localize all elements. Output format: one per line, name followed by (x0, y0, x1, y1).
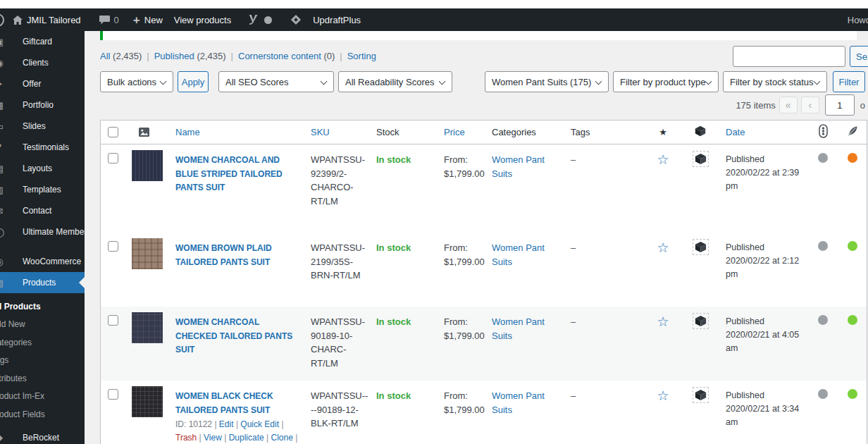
column-header-price[interactable]: Price (444, 127, 492, 137)
category-link[interactable]: Women Pant Suits (492, 242, 545, 267)
sidebar-item-products[interactable]: ▧Products (0, 272, 85, 293)
featured-star-toggle[interactable]: ☆ (657, 388, 669, 403)
sidebar-item-contact[interactable]: ✉Contact (0, 200, 85, 221)
product-thumbnail[interactable] (132, 150, 163, 181)
product-price: From:$1,799.00 (444, 233, 492, 307)
view-published-link[interactable]: Published (2,435) (154, 51, 226, 61)
column-header-stock: Stock (376, 127, 444, 137)
product-sku: WPANTSSU-92399/2-CHARCO-RT/LM (311, 144, 376, 233)
image-column-header (126, 128, 175, 137)
clients-icon: ◉ (0, 58, 6, 68)
column-header-date[interactable]: Date (716, 127, 809, 137)
product-name-link[interactable]: WOMEN CHARCOAL AND BLUE STRIPED TAILORED… (175, 155, 283, 192)
sidebar-item-offer[interactable]: ✦Offer (0, 73, 85, 94)
howdy-account-menu[interactable]: Howd (848, 15, 868, 25)
page-count-label: o (860, 100, 865, 111)
product-thumbnail[interactable] (132, 386, 163, 417)
first-page-button[interactable]: « (779, 97, 798, 113)
duplicate-link[interactable]: Duplicate (229, 433, 264, 443)
quick-edit-link[interactable]: Quick Edit (240, 419, 279, 429)
product-name-link[interactable]: WOMEN BROWN PLAID TAILORED PANTS SUIT (175, 243, 272, 267)
category-link[interactable]: Women Pant Suits (492, 316, 545, 341)
comments-menu[interactable]: 0 (99, 15, 119, 25)
column-header-tags: Tags (571, 127, 641, 137)
view-cornerstone-link[interactable]: Cornerstone content (0) (238, 51, 335, 61)
clone-link[interactable]: Clone (271, 433, 293, 443)
notification-dot-icon (264, 16, 272, 24)
edit-link[interactable]: Edit (219, 419, 234, 429)
category-link[interactable]: Women Pant Suits (492, 390, 545, 415)
readability-scores-select[interactable]: All Readability Scores (338, 71, 452, 92)
testimonials-icon: ❞ (0, 142, 6, 153)
search-products-button[interactable]: Sea (850, 46, 868, 67)
column-header-name[interactable]: Name (175, 127, 311, 137)
seo-score-dot (818, 241, 828, 251)
sidebar-item-testimonials[interactable]: ❞Testimonials (0, 137, 85, 158)
updraftplus-icon[interactable] (290, 14, 302, 25)
view-filter-links: All (2,435)|Published (2,435)|Cornerston… (100, 51, 376, 61)
submenu-categories[interactable]: Categories (0, 333, 85, 352)
view-sorting-link[interactable]: Sorting (347, 51, 376, 61)
select-row-checkbox[interactable] (108, 153, 118, 164)
sidebar-item-berocket[interactable]: ◆BeRocket (0, 427, 85, 444)
publish-date: Published2020/02/21 at 3:34 am (716, 381, 809, 444)
site-name-menu[interactable]: JMIL Tailored (13, 15, 81, 25)
yoast-seo-menu[interactable] (248, 14, 260, 25)
sidebar-item-clients[interactable]: ◉Clients (0, 52, 85, 73)
sidebar-item-portfolio[interactable]: ▦Portfolio (0, 94, 85, 116)
column-header-sku[interactable]: SKU (311, 127, 376, 137)
sidebar-item-giftcard[interactable]: ▣Giftcard (0, 31, 85, 52)
wordpress-logo-icon[interactable] (0, 13, 4, 27)
product-thumbnail[interactable] (132, 238, 163, 269)
submenu-product-im-ex[interactable]: Product Im-Ex (0, 388, 85, 406)
sidebar-item-layouts[interactable]: ▤Layouts (0, 158, 85, 179)
bulk-actions-select[interactable]: Bulk actions (100, 71, 173, 92)
sidebar-item-templates[interactable]: ▥Templates (0, 179, 85, 200)
updraftplus-menu[interactable]: UpdraftPlus (313, 15, 361, 25)
product-type-filter-select[interactable]: Filter by product type (613, 71, 719, 92)
publish-date: Published2020/02/22 at 2:12 pm (716, 233, 809, 307)
wordpress-admin-page: JMIL Tailored 0 + New View products Updr… (0, 0, 868, 444)
product-thumbnail[interactable] (132, 312, 163, 343)
trash-link[interactable]: Trash (175, 433, 197, 443)
prev-page-button[interactable]: ‹ (801, 97, 819, 113)
select-row-checkbox[interactable] (108, 389, 118, 400)
submenu-add-new[interactable]: Add New (0, 316, 85, 334)
readability-score-dot (848, 389, 857, 399)
sidebar-item-slides[interactable]: ▭Slides (0, 116, 85, 137)
category-filter-select[interactable]: Women Pant Suits (175) (485, 71, 609, 92)
current-page-input[interactable] (825, 94, 855, 116)
view-link[interactable]: View (204, 433, 222, 443)
featured-star-toggle[interactable]: ☆ (657, 152, 669, 167)
product-price: From:$1,799.00 (444, 144, 492, 233)
post-id-label: ID: 10122 (175, 419, 212, 429)
select-row-checkbox[interactable] (108, 241, 118, 252)
stock-status-filter-select[interactable]: Filter by stock status (723, 71, 827, 92)
seo-scores-select[interactable]: All SEO Scores (218, 71, 334, 92)
giftcard-icon: ▣ (0, 37, 6, 47)
contact-icon: ✉ (0, 206, 6, 216)
product-name-link[interactable]: WOMEN CHARCOAL CHECKED TAILORED PANTS SU… (175, 317, 292, 354)
search-products-input[interactable] (733, 46, 845, 67)
select-all-checkbox[interactable] (108, 127, 118, 137)
submenu-all-products[interactable]: All Products (0, 297, 85, 316)
new-content-menu[interactable]: + New (133, 14, 163, 26)
featured-star-column-header: ★ (641, 127, 685, 137)
view-products-link[interactable]: View products (174, 15, 231, 25)
category-link[interactable]: Women Pant Suits (492, 154, 545, 179)
apply-button[interactable]: Apply (178, 71, 209, 92)
table-row: WOMEN CHARCOAL AND BLUE STRIPED TAILORED… (101, 144, 867, 233)
submenu-attributes[interactable]: Attributes (0, 369, 85, 388)
sidebar-item-ultimate-member[interactable]: ◯Ultimate Member (0, 221, 85, 242)
select-row-checkbox[interactable] (108, 315, 118, 326)
sidebar-item-woocommerce[interactable]: ◎WooCommerce (0, 251, 85, 272)
view-all-link[interactable]: All (2,435) (100, 51, 142, 61)
featured-star-toggle[interactable]: ☆ (657, 314, 669, 329)
product-type-column-header (685, 125, 716, 140)
submenu-product-fields[interactable]: Product Fields (0, 405, 85, 424)
submenu-tags[interactable]: Tags (0, 352, 85, 370)
product-name-link[interactable]: WOMEN BLACK CHECK TAILORED PANTS SUIT (175, 391, 273, 415)
featured-star-toggle[interactable]: ☆ (657, 240, 669, 255)
product-price: From:$1,799.00 (444, 307, 492, 381)
filter-button[interactable]: Filter (833, 71, 865, 92)
